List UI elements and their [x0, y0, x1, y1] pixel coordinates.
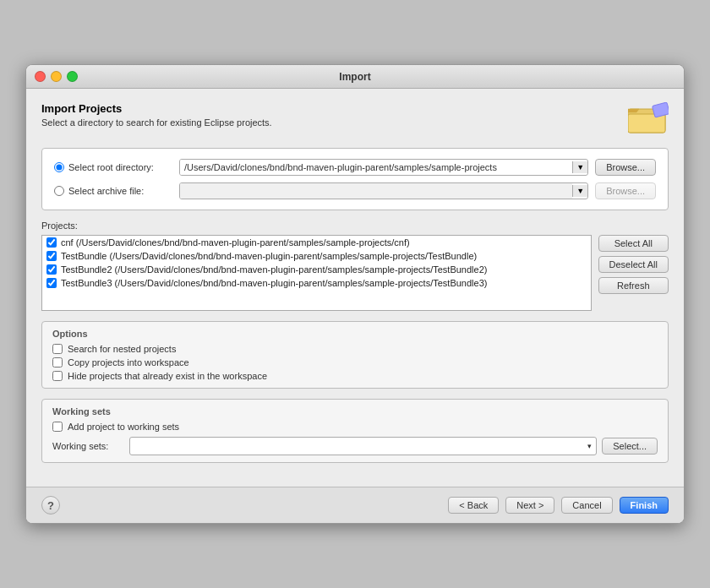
project-checkbox[interactable]	[46, 264, 57, 275]
projects-section: Projects: cnf (/Users/David/clones/bnd/b…	[41, 220, 669, 311]
select-all-button[interactable]: Select All	[598, 235, 669, 252]
project-label: TestBundle (/Users/David/clones/bnd/bnd-…	[61, 251, 477, 261]
nested-projects-checkbox[interactable]	[52, 344, 63, 354]
archive-file-input[interactable]	[180, 183, 572, 199]
title-bar: Import	[26, 65, 684, 89]
option-item[interactable]: Search for nested projects	[52, 344, 658, 354]
project-checkbox[interactable]	[46, 251, 57, 261]
next-button[interactable]: Next >	[505, 497, 554, 514]
hide-projects-checkbox[interactable]	[52, 371, 63, 381]
header-text: Import Projects Select a directory to se…	[41, 102, 272, 128]
options-section: Options Search for nested projects Copy …	[41, 321, 669, 389]
maximize-button[interactable]	[67, 71, 78, 82]
dialog-subtitle: Select a directory to search for existin…	[41, 117, 272, 128]
finish-button[interactable]: Finish	[620, 497, 669, 514]
list-item[interactable]: TestBundle2 (/Users/David/clones/bnd/bnd…	[42, 263, 591, 276]
option-item[interactable]: Copy projects into workspace	[52, 357, 658, 368]
option-item[interactable]: Hide projects that already exist in the …	[52, 371, 658, 381]
chevron-down-icon: ▼	[576, 163, 584, 172]
option-label: Search for nested projects	[68, 344, 176, 354]
help-button[interactable]: ?	[41, 496, 60, 514]
back-button[interactable]: < Back	[448, 497, 499, 514]
add-to-working-sets-row[interactable]: Add project to working sets	[52, 422, 658, 432]
close-button[interactable]	[35, 71, 46, 82]
copy-projects-checkbox[interactable]	[52, 357, 63, 368]
root-dir-row: Select root directory: ▼ Browse...	[54, 159, 656, 176]
minimize-button[interactable]	[51, 71, 62, 82]
archive-dropdown[interactable]: ▼	[572, 185, 587, 197]
root-dir-input[interactable]	[180, 160, 572, 175]
root-dir-browse-button[interactable]: Browse...	[595, 159, 656, 176]
svg-rect-1	[628, 114, 665, 133]
working-sets-title: Working sets	[52, 406, 658, 416]
list-item[interactable]: TestBundle3 (/Users/David/clones/bnd/bnd…	[42, 276, 591, 290]
projects-container: cnf (/Users/David/clones/bnd/bnd-maven-p…	[41, 235, 669, 311]
chevron-down-icon: ▼	[576, 187, 584, 195]
root-dir-dropdown[interactable]: ▼	[572, 161, 587, 173]
projects-label: Projects:	[41, 220, 669, 231]
list-item[interactable]: cnf (/Users/David/clones/bnd/bnd-maven-p…	[42, 236, 591, 249]
project-checkbox[interactable]	[46, 237, 57, 248]
cancel-button[interactable]: Cancel	[561, 497, 612, 514]
main-window: Import Import Projects Select a director…	[25, 64, 685, 524]
dialog-title: Import Projects	[41, 102, 272, 115]
options-title: Options	[52, 329, 658, 339]
projects-action-buttons: Select All Deselect All Refresh	[598, 235, 669, 311]
directory-selection: Select root directory: ▼ Browse... Selec…	[41, 148, 669, 210]
archive-file-radio[interactable]	[54, 186, 64, 196]
archive-browse-button[interactable]: Browse...	[595, 182, 656, 199]
working-sets-input-row: Working sets: ▾ Select...	[52, 437, 658, 455]
working-sets-section: Working sets Add project to working sets…	[41, 399, 669, 463]
working-sets-dropdown[interactable]: ▾	[129, 437, 597, 455]
option-label: Copy projects into workspace	[68, 357, 189, 368]
dialog-footer: ? < Back Next > Cancel Finish	[26, 487, 684, 523]
window-title: Import	[339, 71, 370, 83]
option-label: Hide projects that already exist in the …	[68, 371, 267, 381]
folder-icon	[628, 102, 669, 136]
list-item[interactable]: TestBundle (/Users/David/clones/bnd/bnd-…	[42, 249, 591, 263]
projects-list[interactable]: cnf (/Users/David/clones/bnd/bnd-maven-p…	[41, 235, 592, 311]
working-sets-select-button[interactable]: Select...	[602, 438, 658, 455]
project-label: cnf (/Users/David/clones/bnd/bnd-maven-p…	[61, 237, 410, 248]
header-section: Import Projects Select a directory to se…	[41, 102, 669, 136]
root-dir-input-container: ▼	[179, 159, 588, 176]
add-working-sets-checkbox[interactable]	[52, 422, 63, 432]
working-sets-label: Working sets:	[52, 441, 124, 451]
project-checkbox[interactable]	[46, 278, 57, 288]
add-working-sets-label: Add project to working sets	[68, 422, 179, 432]
root-dir-radio[interactable]	[54, 162, 64, 172]
window-controls	[35, 71, 78, 82]
archive-file-radio-label[interactable]: Select archive file:	[54, 186, 172, 196]
root-dir-radio-label[interactable]: Select root directory:	[54, 162, 172, 172]
svg-rect-2	[652, 102, 669, 117]
project-label: TestBundle3 (/Users/David/clones/bnd/bnd…	[61, 278, 487, 288]
dialog-content: Import Projects Select a directory to se…	[26, 89, 684, 487]
project-label: TestBundle2 (/Users/David/clones/bnd/bnd…	[61, 264, 487, 275]
deselect-all-button[interactable]: Deselect All	[598, 256, 669, 273]
footer-buttons: < Back Next > Cancel Finish	[448, 497, 669, 514]
archive-input-container: ▼	[179, 182, 588, 199]
refresh-button[interactable]: Refresh	[598, 277, 669, 294]
footer-left: ?	[41, 496, 60, 514]
archive-file-row: Select archive file: ▼ Browse...	[54, 182, 656, 199]
chevron-down-icon: ▾	[587, 442, 592, 450]
